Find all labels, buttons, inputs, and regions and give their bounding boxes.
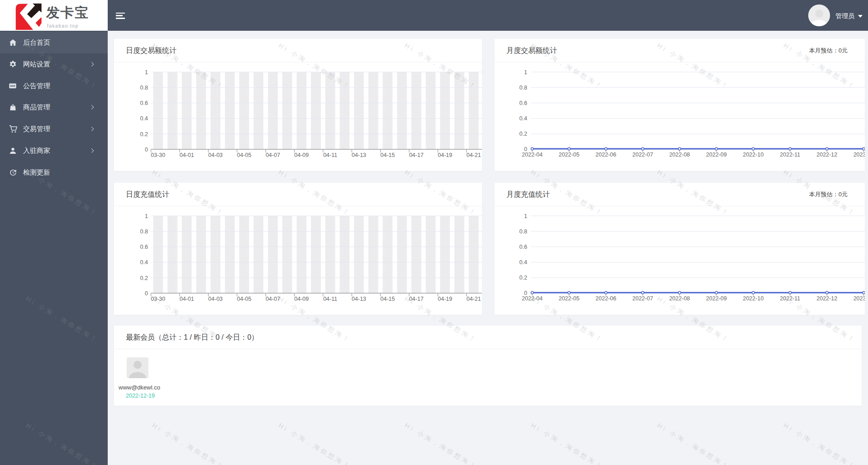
svg-text:2022-11: 2022-11 xyxy=(780,295,800,302)
svg-text:2022-08: 2022-08 xyxy=(669,152,690,158)
svg-text:0.4: 0.4 xyxy=(520,259,527,266)
svg-text:04-03: 04-03 xyxy=(208,296,223,302)
svg-text:2022-07: 2022-07 xyxy=(632,152,653,158)
svg-text:0.6: 0.6 xyxy=(520,244,527,250)
svg-text:2022-09: 2022-09 xyxy=(706,295,727,302)
svg-text:04-19: 04-19 xyxy=(438,296,452,302)
svg-text:2023-01: 2023-01 xyxy=(854,295,865,302)
svg-text:04-13: 04-13 xyxy=(352,296,366,302)
svg-text:0.8: 0.8 xyxy=(520,85,527,91)
svg-text:04-11: 04-11 xyxy=(323,296,337,302)
svg-text:04-03: 04-03 xyxy=(208,152,223,158)
svg-text:1: 1 xyxy=(524,213,527,219)
svg-text:1: 1 xyxy=(145,213,148,219)
svg-text:04-13: 04-13 xyxy=(352,152,366,158)
svg-text:2022-07: 2022-07 xyxy=(632,295,653,302)
svg-text:2022-05: 2022-05 xyxy=(558,152,579,158)
svg-text:1: 1 xyxy=(145,69,148,76)
svg-text:1: 1 xyxy=(524,69,527,76)
svg-text:04-15: 04-15 xyxy=(381,152,395,158)
svg-text:04-11: 04-11 xyxy=(323,152,337,158)
svg-text:fakabao.top: fakabao.top xyxy=(47,23,79,28)
svg-text:04-01: 04-01 xyxy=(180,152,194,158)
svg-text:0.2: 0.2 xyxy=(140,275,148,281)
svg-text:0.8: 0.8 xyxy=(140,228,148,235)
svg-text:04-09: 04-09 xyxy=(294,152,309,158)
svg-text:03-30: 03-30 xyxy=(151,296,165,302)
svg-text:2022-05: 2022-05 xyxy=(558,295,579,302)
svg-text:04-01: 04-01 xyxy=(180,296,194,302)
svg-text:2022-12: 2022-12 xyxy=(816,152,837,158)
svg-text:2022-10: 2022-10 xyxy=(743,152,763,158)
svg-text:NEW: NEW xyxy=(10,85,15,87)
svg-text:04-21: 04-21 xyxy=(467,152,481,158)
svg-text:2022-04: 2022-04 xyxy=(522,295,543,302)
svg-text:0.6: 0.6 xyxy=(520,100,527,106)
svg-text:发卡宝: 发卡宝 xyxy=(46,5,89,20)
svg-text:2022-06: 2022-06 xyxy=(596,295,616,302)
svg-text:04-05: 04-05 xyxy=(237,296,252,302)
svg-text:04-21: 04-21 xyxy=(467,296,481,302)
svg-text:0.2: 0.2 xyxy=(140,131,148,138)
svg-text:04-05: 04-05 xyxy=(237,152,252,158)
svg-text:0.4: 0.4 xyxy=(140,259,148,266)
svg-text:2022-08: 2022-08 xyxy=(669,295,690,302)
svg-text:0.4: 0.4 xyxy=(140,115,148,122)
svg-text:04-15: 04-15 xyxy=(381,296,395,302)
svg-text:04-09: 04-09 xyxy=(294,296,309,302)
svg-text:0.8: 0.8 xyxy=(140,85,148,91)
svg-text:0: 0 xyxy=(145,290,148,297)
svg-text:0.4: 0.4 xyxy=(520,115,527,122)
svg-text:04-07: 04-07 xyxy=(266,296,280,302)
svg-text:2023-01: 2023-01 xyxy=(854,152,865,158)
svg-text:04-17: 04-17 xyxy=(409,296,424,302)
svg-text:2022-06: 2022-06 xyxy=(596,152,616,158)
svg-text:0.8: 0.8 xyxy=(520,228,527,235)
svg-text:2022-04: 2022-04 xyxy=(522,152,543,158)
svg-text:0.2: 0.2 xyxy=(520,131,527,137)
svg-text:2022-12: 2022-12 xyxy=(816,295,837,302)
svg-text:2022-11: 2022-11 xyxy=(780,152,800,158)
svg-text:2022-09: 2022-09 xyxy=(706,152,727,158)
svg-text:04-19: 04-19 xyxy=(438,152,452,158)
svg-text:0.2: 0.2 xyxy=(520,275,527,281)
svg-text:0.6: 0.6 xyxy=(140,244,148,250)
svg-text:03-30: 03-30 xyxy=(151,152,165,158)
svg-text:0.6: 0.6 xyxy=(140,100,148,106)
svg-text:2022-10: 2022-10 xyxy=(743,295,763,302)
svg-text:04-17: 04-17 xyxy=(409,152,424,158)
svg-text:0: 0 xyxy=(145,147,148,153)
svg-text:04-07: 04-07 xyxy=(266,152,280,158)
